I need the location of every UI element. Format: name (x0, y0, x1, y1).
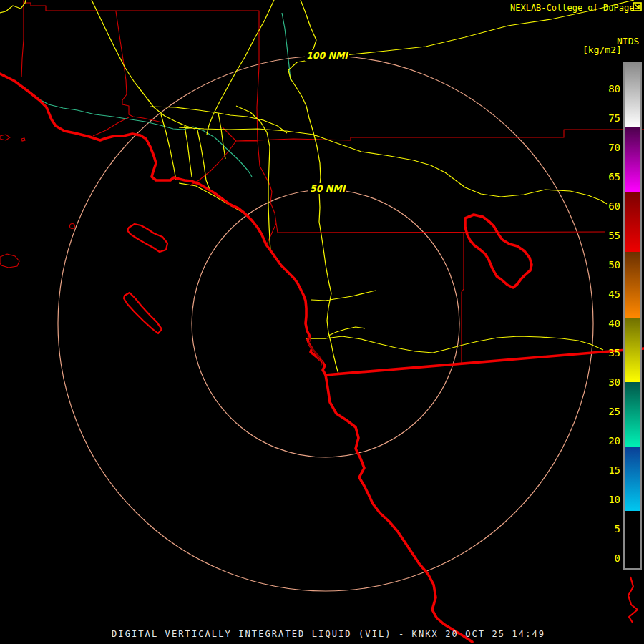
legend-tick: 50 (608, 259, 620, 270)
weather-flag-icon (633, 2, 642, 11)
santa-barbara-island (70, 224, 75, 229)
legend-tick: 20 (608, 435, 620, 447)
legend-tick: 0 (615, 552, 620, 564)
legend-tick: 15 (608, 464, 620, 476)
legend-segment-teal (625, 382, 640, 447)
us-mexico-border (326, 348, 644, 375)
legend-segment-yellow (625, 318, 640, 382)
ring-label-50nmi: 50 NMI (308, 183, 346, 194)
legend-tick: 40 (608, 318, 620, 329)
channel-island-fragment (0, 135, 25, 141)
legend-tick: 35 (608, 347, 620, 358)
product-caption: DIGITAL VERTICALLY INTEGRATED LIQUID (VI… (112, 629, 545, 639)
legend-tick: 45 (608, 288, 620, 300)
brand-title: NEXLAB-College of DuPage (510, 3, 634, 13)
san-clemente-island (124, 293, 162, 333)
units-label: [kg/m2] (582, 44, 622, 55)
ring-label-100nmi: 100 NMI (305, 50, 349, 61)
legend-tick: 55 (608, 230, 620, 241)
legend-tick: 60 (608, 200, 620, 212)
legend-segment-purple (625, 127, 640, 192)
legend-segment-orange (625, 252, 640, 318)
legend-tick: 75 (608, 112, 620, 124)
vil-color-scale (623, 62, 642, 570)
salton-sea (465, 215, 532, 288)
radar-map (0, 0, 644, 644)
coastline (0, 74, 472, 642)
legend-segment-gray (625, 63, 640, 127)
legend-segment-black (625, 511, 640, 567)
gulf-coast-segment (628, 577, 638, 623)
radar-display: NEXLAB-College of DuPage NIDS [kg/m2] 10… (0, 0, 644, 644)
legend-tick: 30 (608, 376, 620, 388)
anacapa-island (0, 254, 19, 268)
legend-segment-blue (625, 447, 640, 511)
rivers (3, 13, 291, 177)
legend-tick: 70 (608, 142, 620, 153)
legend-segment-red (625, 192, 640, 252)
legend-tick: 80 (608, 83, 620, 94)
catalina-island (127, 224, 167, 252)
legend-tick: 25 (608, 406, 620, 417)
legend-tick: 10 (608, 494, 620, 505)
range-ring-50nmi (192, 190, 459, 457)
legend-tick: 65 (608, 171, 620, 182)
legend-tick: 5 (615, 523, 620, 535)
